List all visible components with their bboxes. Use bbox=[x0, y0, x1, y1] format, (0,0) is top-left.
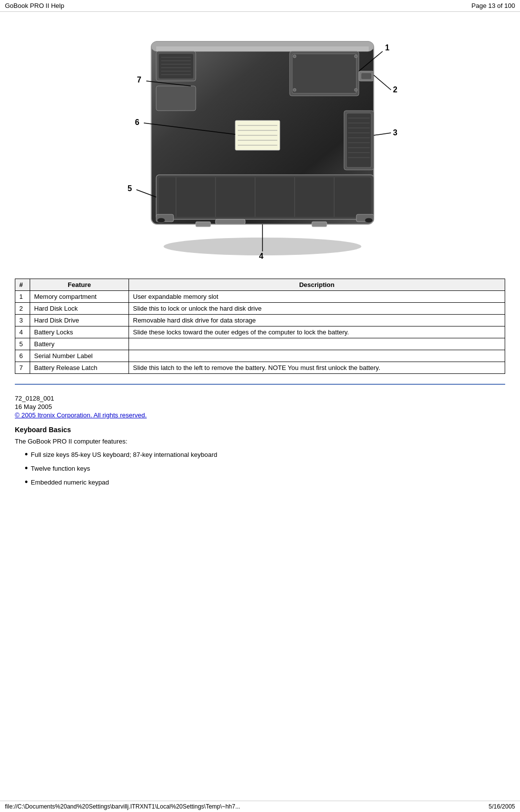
svg-text:7: 7 bbox=[137, 76, 141, 84]
bullet-dot-icon: • bbox=[25, 464, 28, 473]
bullet-dot-icon: • bbox=[25, 478, 28, 487]
cell-feature: Battery bbox=[30, 338, 129, 350]
svg-rect-11 bbox=[361, 73, 371, 79]
svg-text:5: 5 bbox=[128, 184, 132, 193]
table-row: 3Hard Disk DriveRemovable hard disk driv… bbox=[15, 315, 505, 326]
table-row: 7Battery Release LatchSlide this latch t… bbox=[15, 362, 505, 374]
svg-line-56 bbox=[374, 133, 391, 135]
cell-num: 4 bbox=[15, 326, 30, 338]
cell-num: 2 bbox=[15, 303, 30, 315]
list-item: •Embedded numeric keypad bbox=[25, 479, 505, 487]
list-item-text: Embedded numeric keypad bbox=[31, 479, 109, 486]
cell-feature: Memory compartment bbox=[30, 291, 129, 303]
cell-feature: Battery Release Latch bbox=[30, 362, 129, 374]
svg-text:6: 6 bbox=[135, 118, 139, 126]
page-number: Page 13 of 100 bbox=[472, 2, 515, 9]
svg-point-8 bbox=[293, 88, 296, 91]
file-path: file://C:\Documents%20and%20Settings\bar… bbox=[5, 803, 240, 810]
col-header-feature: Feature bbox=[30, 279, 129, 291]
keyboard-section: Keyboard Basics The GoBook PRO II comput… bbox=[15, 426, 505, 487]
svg-rect-13 bbox=[347, 113, 371, 167]
cell-feature: Battery Locks bbox=[30, 326, 129, 338]
keyboard-intro: The GoBook PRO II computer features: bbox=[15, 438, 505, 445]
cell-description: User expandable memory slot bbox=[129, 291, 505, 303]
cell-num: 5 bbox=[15, 338, 30, 350]
doc-date: 16 May 2005 bbox=[15, 403, 505, 410]
cell-num: 3 bbox=[15, 315, 30, 326]
cell-feature: Hard Disk Drive bbox=[30, 315, 129, 326]
svg-line-54 bbox=[374, 75, 391, 90]
table-row: 2Hard Disk LockSlide this to lock or unl… bbox=[15, 303, 505, 315]
list-item: •Twelve function keys bbox=[25, 465, 505, 473]
svg-point-9 bbox=[354, 88, 357, 91]
cell-description: Removable hard disk drive for data stora… bbox=[129, 315, 505, 326]
col-header-num: # bbox=[15, 279, 30, 291]
svg-rect-48 bbox=[196, 222, 211, 227]
bullet-dot-icon: • bbox=[25, 450, 28, 459]
svg-point-6 bbox=[293, 55, 296, 58]
cell-description: Slide this to lock or unlock the hard di… bbox=[129, 303, 505, 315]
svg-text:3: 3 bbox=[393, 128, 397, 137]
svg-rect-3 bbox=[156, 46, 369, 51]
table-row: 1Memory compartmentUser expandable memor… bbox=[15, 291, 505, 303]
header-bar: GoBook PRO II Help Page 13 of 100 bbox=[0, 0, 520, 12]
svg-rect-5 bbox=[292, 54, 356, 93]
svg-point-51 bbox=[365, 218, 373, 223]
list-item: •Full size keys 85-key US keyboard; 87-k… bbox=[25, 451, 505, 459]
cell-description: Slide this latch to the left to remove t… bbox=[129, 362, 505, 374]
col-header-description: Description bbox=[129, 279, 505, 291]
svg-text:2: 2 bbox=[393, 85, 397, 94]
table-row: 6Serial Number Label bbox=[15, 350, 505, 362]
svg-rect-24 bbox=[159, 177, 371, 217]
list-item-text: Full size keys 85-key US keyboard; 87-ke… bbox=[31, 451, 217, 458]
keyboard-features-list: •Full size keys 85-key US keyboard; 87-k… bbox=[25, 451, 505, 487]
svg-rect-32 bbox=[216, 219, 245, 224]
section-divider bbox=[15, 384, 505, 385]
cell-description: Slide these locks toward the outer edges… bbox=[129, 326, 505, 338]
cell-feature: Hard Disk Lock bbox=[30, 303, 129, 315]
cell-num: 1 bbox=[15, 291, 30, 303]
svg-point-7 bbox=[354, 55, 357, 58]
doc-number: 72_0128_001 bbox=[15, 395, 505, 402]
cell-description bbox=[129, 350, 505, 362]
status-bar: file://C:\Documents%20and%20Settings\bar… bbox=[0, 801, 520, 812]
cell-description bbox=[129, 338, 505, 350]
features-table: # Feature Description 1Memory compartmen… bbox=[15, 279, 505, 374]
table-row: 5Battery bbox=[15, 338, 505, 350]
list-item-text: Twelve function keys bbox=[31, 465, 90, 472]
footer-info: 72_0128_001 16 May 2005 © 2005 Itronix C… bbox=[15, 395, 505, 419]
svg-rect-40 bbox=[156, 86, 196, 111]
svg-text:4: 4 bbox=[259, 252, 263, 260]
cell-num: 6 bbox=[15, 350, 30, 362]
svg-text:1: 1 bbox=[385, 43, 390, 52]
diagram-container: 1 2 3 4 5 6 7 bbox=[15, 22, 505, 269]
copyright: © 2005 Itronix Corporation. All rights r… bbox=[15, 411, 505, 419]
cell-feature: Serial Number Label bbox=[30, 350, 129, 362]
laptop-diagram: 1 2 3 4 5 6 7 bbox=[117, 22, 403, 269]
status-date: 5/16/2005 bbox=[489, 803, 515, 810]
main-content: 1 2 3 4 5 6 7 # Feature bbox=[0, 12, 520, 497]
svg-rect-49 bbox=[312, 222, 327, 227]
table-header-row: # Feature Description bbox=[15, 279, 505, 291]
svg-point-50 bbox=[157, 218, 165, 223]
app-title: GoBook PRO II Help bbox=[5, 2, 64, 9]
cell-num: 7 bbox=[15, 362, 30, 374]
keyboard-section-title: Keyboard Basics bbox=[15, 426, 505, 434]
copyright-link[interactable]: © 2005 Itronix Corporation. All rights r… bbox=[15, 411, 147, 419]
table-row: 4Battery LocksSlide these locks toward t… bbox=[15, 326, 505, 338]
